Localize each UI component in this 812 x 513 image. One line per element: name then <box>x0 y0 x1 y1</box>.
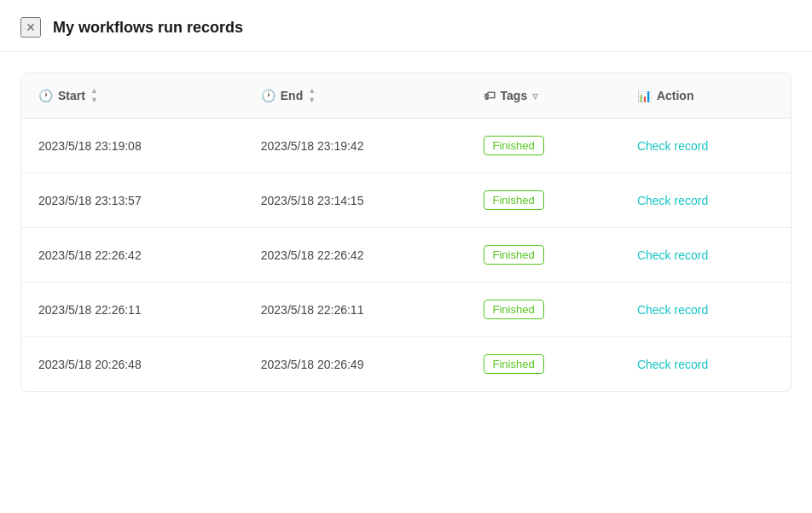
tag-icon: 🏷 <box>484 89 496 102</box>
status-badge: Finished <box>484 190 544 210</box>
clock-icon-end: 🕐 <box>261 89 276 102</box>
table-row: 2023/5/18 23:13:572023/5/18 23:14:15Fini… <box>21 173 791 228</box>
cell-end-0: 2023/5/18 23:19:42 <box>244 119 467 173</box>
check-record-button[interactable]: Check record <box>637 358 708 371</box>
check-record-button[interactable]: Check record <box>637 303 708 317</box>
cell-start-2: 2023/5/18 22:26:42 <box>21 228 244 283</box>
check-record-button[interactable]: Check record <box>637 139 708 153</box>
cell-action-1: Check record <box>620 173 791 228</box>
check-record-button[interactable]: Check record <box>637 248 708 262</box>
cell-tags-1: Finished <box>467 173 620 228</box>
cell-end-2: 2023/5/18 22:26:42 <box>244 228 467 283</box>
status-badge: Finished <box>484 300 544 319</box>
column-end-label: End <box>281 89 303 102</box>
table-container: 🕐 Start ▲ ▼ 🕐 End <box>20 73 792 392</box>
chart-icon: 📊 <box>637 89 652 102</box>
filter-icon[interactable]: ▿ <box>532 90 538 102</box>
cell-end-3: 2023/5/18 22:26:11 <box>244 283 467 337</box>
column-header-end: 🕐 End ▲ ▼ <box>244 73 467 119</box>
cell-end-4: 2023/5/18 20:26:49 <box>244 337 467 392</box>
column-tags-label: Tags <box>501 89 528 102</box>
dialog-title: My workflows run records <box>53 19 243 37</box>
status-badge: Finished <box>484 245 544 265</box>
sort-icon-end[interactable]: ▲ ▼ <box>308 87 316 104</box>
check-record-button[interactable]: Check record <box>637 194 708 207</box>
dialog-header: × My workflows run records <box>0 0 812 52</box>
column-header-tags: 🏷 Tags ▿ <box>467 73 620 119</box>
cell-tags-4: Finished <box>467 337 620 392</box>
clock-icon-start: 🕐 <box>38 89 53 102</box>
cell-start-0: 2023/5/18 23:19:08 <box>21 119 244 173</box>
table-row: 2023/5/18 22:26:112023/5/18 22:26:11Fini… <box>21 283 791 337</box>
table-row: 2023/5/18 20:26:482023/5/18 20:26:49Fini… <box>21 337 791 392</box>
table-row: 2023/5/18 22:26:422023/5/18 22:26:42Fini… <box>21 228 791 283</box>
close-button[interactable]: × <box>20 17 41 38</box>
column-header-start: 🕐 Start ▲ ▼ <box>21 73 244 119</box>
cell-action-0: Check record <box>620 119 791 173</box>
cell-start-1: 2023/5/18 23:13:57 <box>21 173 244 228</box>
dialog: × My workflows run records 🕐 Start ▲ ▼ <box>0 0 812 513</box>
cell-tags-2: Finished <box>467 228 620 283</box>
status-badge: Finished <box>484 136 544 155</box>
cell-end-1: 2023/5/18 23:14:15 <box>244 173 467 228</box>
status-badge: Finished <box>484 354 544 374</box>
cell-action-2: Check record <box>620 228 791 283</box>
column-start-label: Start <box>58 89 85 102</box>
cell-tags-0: Finished <box>467 119 620 173</box>
column-action-label: Action <box>657 89 694 102</box>
cell-start-3: 2023/5/18 22:26:11 <box>21 283 244 337</box>
table-header-row: 🕐 Start ▲ ▼ 🕐 End <box>21 73 791 119</box>
records-table: 🕐 Start ▲ ▼ 🕐 End <box>21 73 791 391</box>
column-header-action: 📊 Action <box>620 73 791 119</box>
cell-action-4: Check record <box>620 337 791 392</box>
sort-icon-start[interactable]: ▲ ▼ <box>90 87 98 104</box>
cell-action-3: Check record <box>620 283 791 337</box>
table-row: 2023/5/18 23:19:082023/5/18 23:19:42Fini… <box>21 119 791 173</box>
cell-start-4: 2023/5/18 20:26:48 <box>21 337 244 392</box>
cell-tags-3: Finished <box>467 283 620 337</box>
